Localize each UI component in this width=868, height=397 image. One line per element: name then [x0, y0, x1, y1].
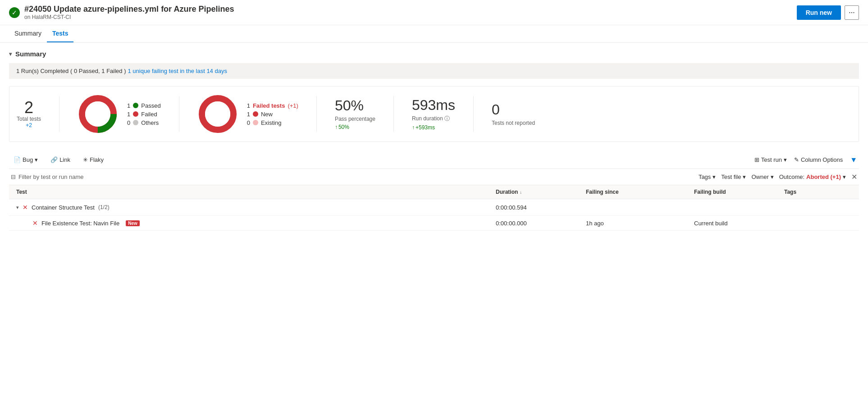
outcome-filter[interactable]: Outcome: Aborted (+1) ▾ [779, 173, 846, 180]
filter-bar: ⊟ Filter by test or run name Tags ▾ Test… [9, 169, 859, 185]
th-failing-build: Failing build [694, 189, 784, 195]
legend-passed-count: 1 [127, 102, 130, 109]
toolbar-right: ⊞ Test run ▾ ✎ Column Options ▼ [754, 156, 857, 164]
tags-chevron-icon: ▾ [713, 173, 716, 180]
test-file-chevron-icon: ▾ [743, 173, 746, 180]
pass-percentage-block: 50% Pass percentage ↑ 50% [335, 98, 375, 130]
owner-chevron-icon: ▾ [771, 173, 774, 180]
divider-4 [393, 96, 394, 132]
tab-summary[interactable]: Summary [9, 25, 47, 42]
info-icon[interactable]: ⓘ [444, 115, 450, 122]
passed-dot [133, 103, 138, 108]
th-test: Test [16, 189, 496, 195]
tests-not-reported-label: Tests not reported [492, 120, 535, 126]
outcome-value: Aborted (+1) [806, 173, 841, 180]
summary-section-header[interactable]: ▾ Summary [9, 50, 859, 58]
close-filter-button[interactable]: ✕ [851, 173, 857, 181]
test-run-chevron-icon: ▾ [784, 156, 787, 163]
filter-right: Tags ▾ Test file ▾ Owner ▾ Outcome: Abor… [699, 173, 857, 181]
pass-percentage-delta: ↑ 50% [335, 124, 375, 130]
divider-1 [59, 96, 59, 132]
sub-duration-cell: 0:00:00.000 [496, 220, 586, 227]
test-file-filter[interactable]: Test file ▾ [721, 173, 746, 180]
donut-chart-2 [197, 94, 238, 134]
table-header: Test Duration ↓ Failing since Failing bu… [9, 185, 859, 199]
svg-point-4 [205, 101, 230, 127]
legend-others-label: Others [141, 119, 159, 126]
filter-placeholder[interactable]: Filter by test or run name [18, 173, 84, 180]
th-duration[interactable]: Duration ↓ [496, 189, 586, 195]
run-duration-delta: ↑ +593ms [412, 124, 455, 131]
sub-count: (1/2) [98, 204, 110, 210]
legend-2: 1 Failed tests (+1) 1 New 0 Existing [247, 102, 298, 126]
legend-others: 0 Others [127, 119, 161, 126]
more-options-button[interactable]: ··· [845, 5, 859, 20]
run-new-button[interactable]: Run new [797, 5, 841, 20]
duration-cell: 0:00:00.594 [496, 204, 586, 211]
test-run-button[interactable]: ⊞ Test run ▾ [754, 156, 787, 163]
run-duration-value: 593ms [412, 97, 455, 113]
bug-button[interactable]: 📄 Bug ▾ [11, 155, 41, 165]
sub-test-name-cell: ✕ File Existence Test: Navin File New [32, 219, 496, 227]
main-content: ▾ Summary 1 Run(s) Completed ( 0 Passed,… [0, 43, 868, 238]
tags-filter[interactable]: Tags ▾ [699, 173, 716, 180]
donut-chart-1 [78, 94, 118, 134]
info-banner-text: 1 Run(s) Completed ( 0 Passed, 1 Failed … [16, 68, 126, 74]
th-failing-since: Failing since [586, 189, 694, 195]
legend-1: 1 Passed 1 Failed 0 Others [127, 102, 161, 126]
owner-filter[interactable]: Owner ▾ [751, 173, 773, 180]
run-duration-block: 593ms Run duration ⓘ ↑ +593ms [412, 97, 455, 131]
grid-icon: ⊞ [754, 156, 759, 163]
pass-percentage-value: 50% [335, 98, 375, 114]
sort-icon: ↓ [520, 190, 522, 195]
legend-failed-count: 1 [127, 111, 130, 118]
test-name-cell: ▾ ✕ Container Structure Test (1/2) [16, 204, 496, 211]
link-button[interactable]: 🔗 Link [48, 155, 73, 165]
title-block: #24050 Update azure-pipelines.yml for Az… [24, 5, 234, 20]
tests-not-reported-value: 0 [492, 102, 535, 118]
th-tags: Tags [784, 189, 852, 195]
page-subtitle: on HalaRM-CST-CI [24, 14, 234, 20]
legend-existing: 0 Existing [247, 119, 298, 126]
sub-test-label: File Existence Test: Navin File [41, 220, 119, 227]
legend-passed: 1 Passed [127, 102, 161, 109]
success-icon: ✓ [9, 7, 20, 18]
legend-failed-tests-delta: (+1) [288, 102, 298, 109]
flaky-button[interactable]: ✳ Flaky [80, 155, 106, 165]
page-title: #24050 Update azure-pipelines.yml for Az… [24, 5, 234, 14]
divider-5 [473, 96, 474, 132]
top-bar-right: Run new ··· [797, 5, 859, 20]
legend-existing-count: 0 [247, 119, 250, 126]
legend-existing-label: Existing [261, 119, 282, 126]
top-bar-left: ✓ #24050 Update azure-pipelines.yml for … [9, 5, 234, 20]
new-badge: New [126, 220, 140, 226]
bug-icon: 📄 [14, 156, 21, 163]
legend-new: 1 New [247, 111, 298, 118]
tab-bar: Summary Tests [0, 25, 868, 43]
tab-tests[interactable]: Tests [47, 25, 74, 42]
chevron-down-icon: ▾ [9, 51, 12, 57]
filter-icon-button[interactable]: ▼ [850, 156, 857, 164]
donut-passed-failed: 1 Passed 1 Failed 0 Others [78, 94, 161, 134]
toolbar: 📄 Bug ▾ 🔗 Link ✳ Flaky ⊞ Test run ▾ ✎ Co… [9, 151, 859, 169]
total-tests-block: 2 Total tests +2 [17, 100, 41, 128]
legend-failed-tests-label: Failed tests [253, 102, 285, 109]
failing-tests-link[interactable]: 1 unique failing test in the last 14 day… [128, 68, 227, 74]
legend-failed: 1 Failed [127, 111, 161, 118]
table-row: ▾ ✕ Container Structure Test (1/2) 0:00:… [9, 199, 859, 216]
failed-dot [133, 111, 138, 117]
expand-button[interactable]: ▾ [16, 205, 19, 210]
others-dot [133, 120, 138, 125]
column-options-button[interactable]: ✎ Column Options [794, 156, 843, 163]
filter-left: ⊟ Filter by test or run name [11, 173, 84, 180]
run-duration-label: Run duration ⓘ [412, 115, 455, 123]
top-bar: ✓ #24050 Update azure-pipelines.yml for … [0, 0, 868, 25]
test-table: Test Duration ↓ Failing since Failing bu… [9, 185, 859, 231]
column-options-icon: ✎ [794, 156, 799, 163]
total-tests-label: Total tests [17, 116, 41, 122]
total-tests-delta: +2 [17, 122, 41, 128]
filter-funnel-icon: ⊟ [11, 173, 16, 180]
pass-percentage-label: Pass percentage [335, 116, 375, 122]
legend-others-count: 0 [127, 119, 130, 126]
info-banner: 1 Run(s) Completed ( 0 Passed, 1 Failed … [9, 63, 859, 79]
